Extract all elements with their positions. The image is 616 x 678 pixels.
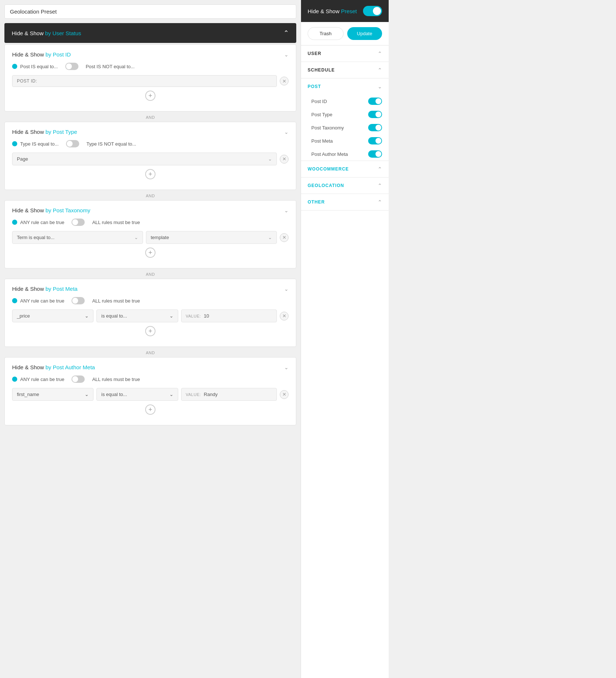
chevron-down-icon: ⌄ — [268, 235, 272, 240]
sidebar-woocommerce-header[interactable]: WOOCOMMERCE ⌃ — [301, 161, 389, 177]
post-author-meta-sidebar-toggle[interactable] — [368, 150, 382, 158]
sidebar-other-label: OTHER — [308, 199, 325, 205]
chevron-down-icon: ⌄ — [169, 313, 173, 319]
post-type-collapse-icon[interactable]: ⌄ — [284, 129, 289, 135]
preset-name-input[interactable] — [4, 4, 296, 19]
sidebar-woocommerce-label: WOOCOMMERCE — [308, 166, 349, 172]
post-id-input[interactable] — [12, 75, 277, 87]
sidebar-schedule-header[interactable]: SCHEDULE ⌃ — [301, 62, 389, 78]
sidebar-item-post-type: Post Type — [301, 108, 389, 121]
post-taxonomy-add-button[interactable]: + — [12, 248, 289, 258]
meta-key-select[interactable]: _price ⌄ — [12, 309, 94, 322]
post-author-meta-collapse-icon[interactable]: ⌄ — [284, 364, 289, 370]
sidebar-item-post-author-meta: Post Author Meta — [301, 147, 389, 161]
post-meta-collapse-icon[interactable]: ⌄ — [284, 286, 289, 292]
active-dot — [12, 64, 17, 69]
chevron-down-icon: ⌄ — [169, 392, 173, 397]
post-type-select[interactable]: Page ⌄ — [12, 153, 277, 165]
sidebar-geolocation-label: GEOLOCATION — [308, 183, 344, 188]
post-taxonomy-label: Post Taxonomy — [311, 125, 344, 131]
post-id-sidebar-toggle[interactable] — [368, 98, 382, 105]
author-meta-operator-select[interactable]: is equal to... ⌄ — [96, 388, 178, 401]
taxonomy-clear-button[interactable]: ✕ — [280, 233, 289, 242]
active-dot — [12, 220, 17, 225]
post-is-not-equal-option[interactable]: Post IS NOT equal to... — [86, 64, 135, 69]
meta-operator-select[interactable]: is equal to... ⌄ — [96, 309, 178, 322]
any-rule-option[interactable]: ANY rule can be true — [12, 220, 64, 225]
post-id-collapse-icon[interactable]: ⌄ — [284, 52, 289, 58]
and-divider-2: AND — [4, 191, 296, 200]
post-is-equal-option[interactable]: Post IS equal to... — [12, 64, 58, 69]
add-circle-icon[interactable]: + — [145, 326, 155, 336]
chevron-up-icon: ⌃ — [378, 166, 382, 172]
chevron-down-icon: ⌄ — [378, 84, 382, 89]
meta-any-rule-option[interactable]: ANY rule can be true — [12, 298, 64, 304]
sidebar-user-header[interactable]: USER ⌃ — [301, 45, 389, 62]
user-status-bar[interactable]: Hide & Show by User Status ⌃ — [4, 23, 296, 43]
post-taxonomy-collapse-icon[interactable]: ⌄ — [284, 208, 289, 213]
type-is-equal-option[interactable]: Type IS equal to... — [12, 141, 59, 147]
taxonomy-term-select[interactable]: Term is equal to... ⌄ — [12, 231, 143, 244]
chevron-up-icon: ⌃ — [378, 183, 382, 188]
post-meta-section: Hide & Show by Post Meta ⌄ ANY rule can … — [4, 279, 296, 347]
post-meta-input-row: _price ⌄ is equal to... ⌄ VALUE: 10 ✕ — [12, 309, 289, 322]
update-button[interactable]: Update — [347, 27, 382, 40]
post-type-section: Hide & Show by Post Type ⌄ Type IS equal… — [4, 122, 296, 190]
add-circle-icon[interactable]: + — [145, 169, 155, 179]
sidebar-user-section: USER ⌃ — [301, 45, 389, 62]
active-dot — [12, 298, 17, 303]
post-type-sidebar-toggle[interactable] — [368, 111, 382, 118]
post-taxonomy-section: Hide & Show by Post Taxonomy ⌄ ANY rule … — [4, 200, 296, 268]
add-circle-icon[interactable]: + — [145, 404, 155, 415]
post-meta-add-button[interactable]: + — [12, 326, 289, 336]
chevron-down-icon: ⌄ — [85, 313, 89, 319]
sidebar-other-header[interactable]: OTHER ⌃ — [301, 194, 389, 210]
add-circle-icon[interactable]: + — [145, 91, 155, 101]
type-is-not-equal-option[interactable]: Type IS NOT equal to... — [87, 141, 136, 147]
chevron-down-icon: ⌄ — [134, 235, 138, 240]
chevron-down-icon: ⌄ — [85, 392, 89, 397]
post-taxonomy-select-row: Term is equal to... ⌄ template ⌄ ✕ — [12, 231, 289, 244]
post-author-meta-add-button[interactable]: + — [12, 404, 289, 415]
post-type-toggle-row: Type IS equal to... Type IS NOT equal to… — [12, 140, 289, 147]
all-rules-option[interactable]: ALL rules must be true — [92, 220, 140, 225]
trash-button[interactable]: Trash — [308, 27, 344, 40]
active-dot — [12, 141, 17, 146]
add-circle-icon[interactable]: + — [145, 248, 155, 258]
post-meta-sidebar-toggle[interactable] — [368, 137, 382, 144]
user-status-title: Hide & Show by User Status — [12, 30, 81, 36]
post-author-meta-input-row: first_name ⌄ is equal to... ⌄ VALUE: Ran… — [12, 388, 289, 401]
post-type-title: Hide & Show by Post Type — [12, 129, 77, 135]
sidebar-schedule-section: SCHEDULE ⌃ — [301, 62, 389, 78]
post-id-clear-button[interactable]: ✕ — [280, 77, 289, 85]
post-id-add-button[interactable]: + — [12, 91, 289, 101]
post-type-toggle-switch[interactable] — [66, 140, 79, 147]
author-any-rule-option[interactable]: ANY rule can be true — [12, 377, 64, 382]
post-type-add-button[interactable]: + — [12, 169, 289, 179]
author-meta-clear-button[interactable]: ✕ — [280, 390, 289, 399]
chevron-up-icon: ⌃ — [378, 67, 382, 73]
post-taxonomy-title: Hide & Show by Post Taxonomy — [12, 207, 90, 213]
sidebar-geolocation-header[interactable]: GEOLOCATION ⌃ — [301, 177, 389, 194]
sidebar-item-post-meta: Post Meta — [301, 134, 389, 147]
post-author-meta-toggle-switch[interactable] — [72, 375, 85, 383]
post-taxonomy-sidebar-toggle[interactable] — [368, 124, 382, 131]
sidebar-post-header[interactable]: POST ⌄ — [301, 78, 389, 95]
post-id-toggle-switch[interactable] — [65, 63, 78, 70]
author-meta-value-field[interactable]: VALUE: Randy — [181, 388, 277, 401]
author-meta-key-select[interactable]: first_name ⌄ — [12, 388, 94, 401]
post-taxonomy-toggle-switch[interactable] — [72, 219, 85, 226]
author-all-rules-option[interactable]: ALL rules must be true — [92, 377, 140, 382]
meta-clear-button[interactable]: ✕ — [280, 312, 289, 320]
sidebar-master-toggle[interactable] — [363, 6, 382, 16]
sidebar-header-title: Hide & Show Preset — [308, 8, 357, 14]
meta-all-rules-option[interactable]: ALL rules must be true — [92, 298, 140, 304]
taxonomy-value-select[interactable]: template ⌄ — [146, 231, 277, 244]
sidebar-woocommerce-section: WOOCOMMERCE ⌃ — [301, 161, 389, 177]
chevron-up-icon: ⌃ — [283, 29, 289, 37]
post-author-meta-title: Hide & Show by Post Author Meta — [12, 364, 95, 370]
post-type-clear-button[interactable]: ✕ — [280, 155, 289, 164]
post-type-label: Post Type — [311, 112, 333, 117]
meta-value-field[interactable]: VALUE: 10 — [181, 309, 277, 322]
post-meta-toggle-switch[interactable] — [72, 297, 85, 304]
